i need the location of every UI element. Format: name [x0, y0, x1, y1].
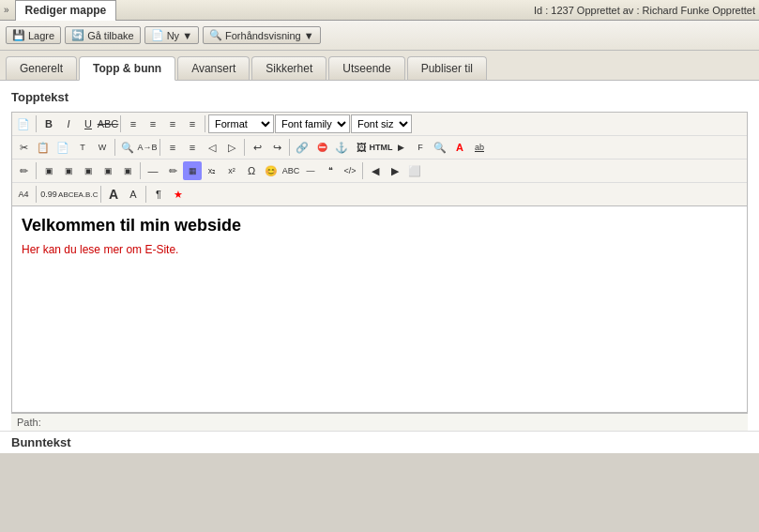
- tb-anchor[interactable]: ⚓: [332, 138, 351, 157]
- page-title: Rediger mappe: [15, 0, 117, 21]
- tb-fontsize2[interactable]: A4: [14, 185, 33, 204]
- sep-12: [100, 186, 101, 203]
- tb-replace[interactable]: A→B: [138, 138, 157, 157]
- sep-10: [362, 162, 363, 179]
- tb-strikethrough[interactable]: ABC: [99, 114, 117, 133]
- tb-bold[interactable]: B: [39, 114, 58, 133]
- format-select[interactable]: Format: [208, 114, 274, 133]
- tb-para[interactable]: ¶: [149, 185, 168, 204]
- tb-fontA2[interactable]: A: [124, 185, 143, 204]
- editor-toolbar-row-1: 📄 B I U ABC ≡ ≡ ≡ ≡ Format Font family F…: [12, 113, 747, 136]
- tb-smiley[interactable]: 😊: [262, 161, 281, 180]
- tb-fullscreen[interactable]: ⬜: [405, 161, 424, 180]
- tb-align-left[interactable]: ≡: [124, 114, 143, 133]
- bottom-section-title: Bunntekst: [0, 431, 759, 453]
- sep-7: [289, 139, 290, 156]
- preview-dropdown-icon: ▼: [304, 30, 314, 41]
- tb-draw[interactable]: ✏: [163, 161, 182, 180]
- editor-body: Her kan du lese mer om E-Site.: [22, 243, 737, 256]
- tb-redo[interactable]: ↪: [267, 138, 286, 157]
- tb-outdent[interactable]: ◁: [203, 138, 221, 157]
- tab-publiser[interactable]: Publiser til: [407, 56, 487, 80]
- tb-sub[interactable]: x₂: [203, 161, 221, 180]
- back-button[interactable]: 🔄 Gå tilbake: [65, 26, 141, 44]
- sep-3: [205, 115, 205, 132]
- tb-font-color[interactable]: A: [450, 138, 469, 157]
- page-info: Id : 1237 Opprettet av : Richard Funke O…: [534, 5, 755, 16]
- tb-code[interactable]: </>: [341, 161, 359, 180]
- sep-6: [244, 139, 245, 156]
- tb-link[interactable]: 🔗: [293, 138, 311, 157]
- tb-block1[interactable]: ▣: [39, 161, 58, 180]
- font-family-select[interactable]: Font family: [275, 114, 350, 133]
- tb-spell[interactable]: ABC: [281, 161, 300, 180]
- new-button[interactable]: 📄 Ny ▼: [144, 26, 199, 44]
- tb-italic[interactable]: I: [59, 114, 78, 133]
- tb-abc1[interactable]: ABCE: [59, 185, 78, 204]
- preview-button[interactable]: 🔍 Forhåndsvisning ▼: [203, 26, 321, 44]
- tb-paste-word[interactable]: W: [93, 138, 112, 157]
- editor-path: Path:: [11, 413, 748, 431]
- editor-toolbar: 📄 B I U ABC ≡ ≡ ≡ ≡ Format Font family F…: [11, 112, 748, 206]
- editor-toolbar-row-2: ✂ 📋 📄 T W 🔍 A→B ≡ ≡ ◁ ▷ ↩ ↪ 🔗 ⛔ ⚓ 🖼 HTML…: [12, 136, 747, 160]
- tb-ul[interactable]: ≡: [163, 138, 182, 157]
- tb-undo[interactable]: ↩: [248, 138, 266, 157]
- tb-fontA[interactable]: A: [104, 185, 123, 204]
- tab-sikkerhet[interactable]: Sikkerhet: [251, 56, 326, 80]
- tb-media[interactable]: ▶: [391, 138, 410, 157]
- tb-find[interactable]: 🔍: [118, 138, 137, 157]
- save-button[interactable]: 💾 Lagre: [6, 26, 61, 44]
- nav-arrows[interactable]: »: [4, 5, 9, 15]
- tb-cut[interactable]: ✂: [14, 138, 33, 157]
- tb-align-right[interactable]: ≡: [163, 114, 182, 133]
- sep-8: [36, 162, 37, 179]
- tb-align-center[interactable]: ≡: [144, 114, 162, 133]
- tb-sup[interactable]: x²: [222, 161, 241, 180]
- tab-topp-bunn[interactable]: Topp & bunn: [79, 56, 175, 81]
- main-toolbar: 💾 Lagre 🔄 Gå tilbake 📄 Ny ▼ 🔍 Forhåndsvi…: [0, 21, 759, 51]
- tb-table[interactable]: ▦: [183, 161, 202, 180]
- tb-block3[interactable]: ▣: [79, 161, 98, 180]
- sep-9: [140, 162, 141, 179]
- tb-paste-text[interactable]: T: [73, 138, 92, 157]
- tb-rule[interactable]: —: [301, 161, 320, 180]
- tb-abc2[interactable]: A.B.C: [79, 185, 98, 204]
- tb-copy[interactable]: 📋: [34, 138, 53, 157]
- tb-quote[interactable]: ❝: [321, 161, 340, 180]
- tb-special2[interactable]: ★: [169, 185, 188, 204]
- tb-num[interactable]: 0.99: [39, 185, 58, 204]
- sep-2: [120, 115, 121, 132]
- sep-1: [36, 115, 37, 132]
- save-icon: 💾: [12, 29, 25, 41]
- tab-avansert[interactable]: Avansert: [177, 56, 250, 80]
- tb-indent[interactable]: ▷: [222, 138, 241, 157]
- tb-special[interactable]: Ω: [242, 161, 261, 180]
- tb-hr[interactable]: —: [144, 161, 162, 180]
- tb-next[interactable]: ▶: [386, 161, 404, 180]
- tb-block4[interactable]: ▣: [99, 161, 117, 180]
- tab-generelt[interactable]: Generelt: [6, 56, 77, 80]
- tb-underline[interactable]: U: [79, 114, 98, 133]
- tb-paste[interactable]: 📄: [53, 138, 72, 157]
- tb-edit[interactable]: ✏: [14, 161, 33, 180]
- tb-block2[interactable]: ▣: [59, 161, 78, 180]
- tb-align-justify[interactable]: ≡: [183, 114, 202, 133]
- tb-html[interactable]: HTML: [372, 138, 390, 157]
- sep-13: [145, 186, 146, 203]
- tb-unlink[interactable]: ⛔: [312, 138, 331, 157]
- editor-area[interactable]: Velkommen til min webside Her kan du les…: [11, 206, 748, 413]
- tb-highlight[interactable]: ab: [470, 138, 489, 157]
- tb-image[interactable]: 🖼: [352, 138, 371, 157]
- tb-block5[interactable]: ▣: [118, 161, 137, 180]
- tab-utseende[interactable]: Utseende: [328, 56, 404, 80]
- tb-ol[interactable]: ≡: [183, 138, 202, 157]
- tb-zoom[interactable]: 🔍: [431, 138, 449, 157]
- tb-flash[interactable]: F: [411, 138, 430, 157]
- font-size-select[interactable]: Font size: [351, 114, 412, 133]
- preview-icon: 🔍: [209, 29, 222, 41]
- tb-prev[interactable]: ◀: [366, 161, 385, 180]
- tb-doc-icon[interactable]: 📄: [14, 114, 33, 133]
- editor-heading: Velkommen til min webside: [22, 216, 737, 236]
- editor-toolbar-row-4: A4 0.99 ABCE A.B.C A A ¶ ★: [12, 183, 747, 205]
- sep-5: [159, 139, 160, 156]
